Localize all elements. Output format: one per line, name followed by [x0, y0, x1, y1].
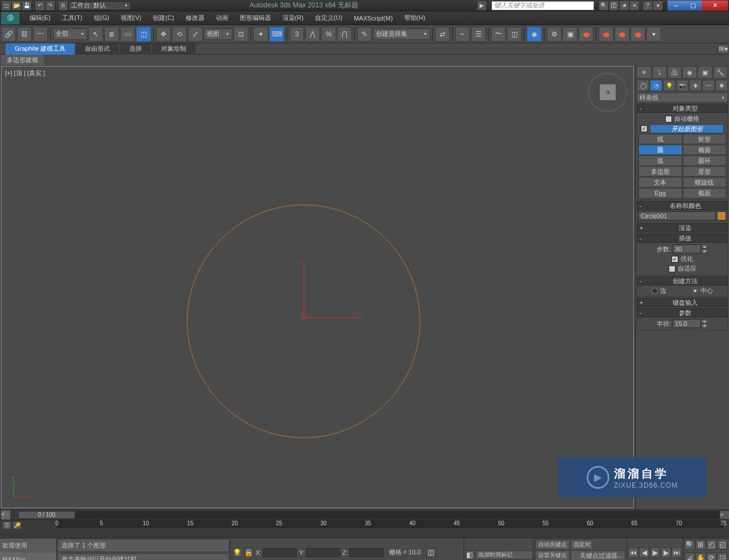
- star-icon[interactable]: ★: [620, 1, 629, 10]
- tab-create-icon[interactable]: ✳: [637, 66, 652, 79]
- select-rect-icon[interactable]: ▭: [120, 27, 135, 42]
- shape-egg-button[interactable]: Egg: [638, 188, 682, 198]
- menu-render[interactable]: 渲染(R): [277, 11, 309, 25]
- key-filter-button[interactable]: ∿ 关键点过滤器...: [571, 550, 625, 560]
- shape-section-button[interactable]: 截面: [683, 188, 727, 198]
- rollout-head-keyboard[interactable]: 键盘输入: [637, 298, 728, 307]
- select-name-icon[interactable]: ≣: [104, 27, 119, 42]
- menu-views[interactable]: 视图(V): [115, 11, 148, 25]
- gizmo-origin[interactable]: [302, 315, 306, 319]
- x-input[interactable]: [263, 548, 297, 557]
- viewcube-face[interactable]: 顶: [599, 84, 616, 101]
- optimize-checkbox[interactable]: ✓: [671, 256, 678, 263]
- subtab-helpers-icon[interactable]: ✚: [689, 80, 702, 91]
- menu-edit[interactable]: 编辑(E): [24, 11, 56, 25]
- tab-modify-icon[interactable]: ⤵: [652, 66, 667, 79]
- selection-lock-icon[interactable]: 🔒: [244, 548, 253, 557]
- scale-icon[interactable]: ⤢: [188, 27, 203, 42]
- render-frame-icon[interactable]: ▣: [563, 27, 578, 42]
- next-frame-icon[interactable]: ▶: [661, 547, 671, 558]
- menu-help[interactable]: 帮助(H): [399, 11, 431, 25]
- viewcube[interactable]: 顶: [588, 72, 628, 112]
- selection-filter-dropdown[interactable]: 全部: [53, 28, 87, 40]
- object-name-input[interactable]: Circle001: [638, 211, 716, 220]
- tab-hierarchy-icon[interactable]: 品: [667, 66, 682, 79]
- binoculars-icon[interactable]: 🔍: [599, 1, 608, 10]
- schematic-icon[interactable]: ◫: [507, 27, 522, 42]
- angle-snap-icon[interactable]: ⋀: [305, 27, 320, 42]
- edit-named-sel-icon[interactable]: ✎: [357, 27, 372, 42]
- subtab-lights-icon[interactable]: 💡: [663, 80, 675, 91]
- link-icon[interactable]: 🔗: [1, 27, 16, 42]
- maximize-viewport-icon[interactable]: ◲: [717, 553, 727, 560]
- tab-display-icon[interactable]: ▣: [698, 66, 712, 79]
- radius-spinner[interactable]: 15.0 ▲▼: [673, 319, 708, 328]
- time-track[interactable]: [75, 511, 720, 519]
- render-icon[interactable]: 🫖: [579, 27, 593, 42]
- ribbon-tab-graphite[interactable]: Graphite 建模工具: [6, 43, 75, 55]
- zoom-all-icon[interactable]: ⊞: [695, 539, 706, 550]
- shape-star-button[interactable]: 星形: [683, 166, 727, 177]
- open-icon[interactable]: 📂: [12, 1, 21, 10]
- render-iter-icon[interactable]: 🫖: [630, 27, 645, 42]
- zoom-extents-icon[interactable]: ◰: [706, 539, 716, 550]
- help-icon[interactable]: ?: [643, 1, 652, 10]
- maxscript-label[interactable]: MAXScr: [0, 553, 56, 561]
- unlink-icon[interactable]: ⛓: [17, 27, 32, 42]
- save-icon[interactable]: 💾: [22, 1, 31, 10]
- spinner-snap-icon[interactable]: ⋂: [337, 27, 352, 42]
- center-radio[interactable]: [692, 288, 698, 294]
- rollout-head-interp[interactable]: 插值: [637, 234, 728, 243]
- zoom-extents-all-icon[interactable]: ◱: [717, 539, 727, 550]
- subtab-spacewarps-icon[interactable]: 〰: [702, 80, 715, 91]
- selected-button[interactable]: 选定对: [571, 539, 593, 550]
- bind-space-warp-icon[interactable]: 〰: [33, 27, 48, 42]
- time-handle-right[interactable]: >: [720, 511, 729, 519]
- ribbon-collapse-icon[interactable]: ✉▾: [718, 44, 729, 54]
- viewport-label[interactable]: [+] [顶 ] [真实 ]: [5, 69, 45, 77]
- search-input[interactable]: 键入关键字或短语: [492, 1, 594, 10]
- circle-object[interactable]: [187, 205, 420, 438]
- close-button[interactable]: ✕: [702, 1, 728, 11]
- adaptive-checkbox[interactable]: [669, 265, 675, 272]
- help-dropdown-icon[interactable]: ▾: [653, 1, 662, 10]
- menu-graph[interactable]: 图形编辑器: [234, 11, 277, 25]
- ribbon-tab-selection[interactable]: 选择: [120, 43, 151, 55]
- radius-input[interactable]: 15.0: [673, 319, 701, 328]
- fov-icon[interactable]: ⊿: [685, 553, 695, 560]
- track-key-icon[interactable]: 🔑: [13, 521, 22, 529]
- time-handle-left[interactable]: <: [1, 510, 10, 520]
- window-crossing-icon[interactable]: ◫: [136, 27, 151, 42]
- startnew-checkbox[interactable]: ✓: [641, 125, 648, 132]
- render-active-icon[interactable]: ▾: [646, 27, 661, 42]
- render-setup-icon[interactable]: ⚙: [547, 27, 562, 42]
- shape-ellipse-button[interactable]: 椭圆: [683, 145, 727, 155]
- curve-editor-icon[interactable]: 〜: [491, 27, 506, 42]
- rollout-head-params[interactable]: 参数: [637, 308, 728, 317]
- spinner-buttons[interactable]: ▲▼: [701, 244, 708, 254]
- comm-center-arrow-icon[interactable]: ▶: [477, 1, 486, 10]
- rollout-head-name[interactable]: 名称和颜色: [637, 201, 728, 210]
- ribbon-tab-freeform[interactable]: 自由形式: [76, 43, 119, 55]
- menu-maxscript[interactable]: MAXScript(M): [348, 11, 398, 25]
- track-config-icon[interactable]: ☰: [2, 521, 11, 529]
- play-icon[interactable]: ▶: [650, 547, 660, 558]
- spinner-buttons[interactable]: ▲▼: [701, 319, 708, 328]
- tab-motion-icon[interactable]: ◉: [682, 66, 697, 79]
- render-preset-icon[interactable]: 🫖: [599, 27, 613, 42]
- gizmo-y-axis[interactable]: [304, 260, 304, 317]
- zoom-icon[interactable]: 🔍: [685, 539, 695, 550]
- edge-radio[interactable]: [652, 288, 658, 294]
- shape-circle-button[interactable]: 圆: [638, 145, 682, 155]
- orbit-icon[interactable]: ⟳: [706, 553, 716, 560]
- ruler[interactable]: 051015202530354045505560657075: [57, 520, 723, 528]
- maximize-button[interactable]: ▢: [685, 1, 702, 11]
- category-dropdown[interactable]: 样条线: [637, 92, 728, 103]
- gizmo-x-axis[interactable]: [304, 317, 361, 318]
- z-input[interactable]: [349, 548, 383, 557]
- menu-customize[interactable]: 自定义(U): [309, 11, 348, 25]
- shape-ngon-button[interactable]: 多边形: [638, 166, 682, 177]
- move-icon[interactable]: ✥: [156, 27, 171, 42]
- menu-tools[interactable]: 工具(T): [56, 11, 88, 25]
- menu-group[interactable]: 组(G): [88, 11, 115, 25]
